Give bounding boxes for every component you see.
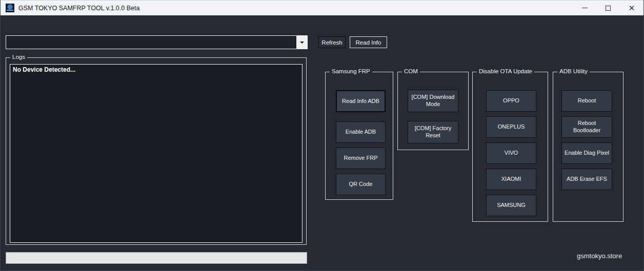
com-group-title: COM: [402, 68, 420, 74]
device-combobox[interactable]: [6, 35, 308, 49]
log-output[interactable]: No Device Detected...: [10, 64, 303, 243]
disable-ota-group-title: Disable OTA Update: [477, 68, 534, 74]
samsung-frp-group-title: Samsung FRP: [330, 68, 372, 74]
enable-adb-button[interactable]: Enable ADB: [336, 121, 386, 143]
maximize-icon: [606, 6, 611, 11]
adb-utility-groupbox: ADB Utility Reboot Reboot Bootloader Ena…: [553, 72, 623, 222]
reboot-bootloader-button[interactable]: Reboot Bootloader: [561, 116, 612, 138]
app-window: GSM TOKYO SAMFRP TOOL v.1.0.0 Beta ✕ Ref…: [0, 0, 644, 271]
com-groupbox: COM [COM] Download Mode [COM] Factory Re…: [397, 72, 469, 150]
read-info-adb-button[interactable]: Read Info ADB: [336, 90, 386, 112]
samsung-frp-groupbox: Samsung FRP Read Info ADB Enable ADB Rem…: [325, 72, 393, 200]
maximize-button[interactable]: [596, 1, 620, 15]
com-factory-reset-button[interactable]: [COM] Factory Reset: [408, 121, 458, 143]
xiaomi-button[interactable]: XIAOMI: [486, 169, 536, 190]
title-bar: GSM TOKYO SAMFRP TOOL v.1.0.0 Beta ✕: [1, 0, 643, 15]
com-download-mode-button[interactable]: [COM] Download Mode: [408, 90, 458, 112]
refresh-button[interactable]: Refresh: [318, 36, 346, 48]
read-info-button[interactable]: Read Info: [350, 36, 387, 48]
qr-code-button[interactable]: QR Code: [336, 174, 386, 195]
adb-erase-efs-button[interactable]: ADB Erase EFS: [561, 169, 612, 190]
remove-frp-button[interactable]: Remove FRP: [336, 148, 386, 169]
minimize-icon: [582, 8, 588, 8]
samsung-button[interactable]: SAMSUNG: [486, 195, 536, 216]
window-title: GSM TOKYO SAMFRP TOOL v.1.0.0 Beta: [18, 5, 139, 12]
adb-utility-group-title: ADB Utility: [557, 68, 590, 74]
progress-bar: [6, 252, 307, 264]
close-icon: ✕: [629, 4, 635, 12]
minimize-button[interactable]: [573, 1, 596, 15]
window-controls: ✕: [573, 1, 643, 15]
close-button[interactable]: ✕: [620, 1, 643, 15]
oneplus-button[interactable]: ONEPLUS: [486, 116, 536, 138]
device-combobox-dropdown-button[interactable]: [296, 36, 307, 49]
app-logo-icon: [6, 4, 14, 12]
enable-diag-pixel-button[interactable]: Enable Diag Pixel: [561, 142, 612, 164]
log-text: No Device Detected...: [10, 65, 302, 75]
vivo-button[interactable]: VIVO: [486, 142, 536, 164]
website-link[interactable]: gsmtokyo.store: [577, 252, 622, 260]
chevron-down-icon: [300, 41, 304, 44]
oppo-button[interactable]: OPPO: [486, 90, 536, 112]
logs-groupbox: Logs No Device Detected...: [6, 57, 307, 245]
disable-ota-groupbox: Disable OTA Update OPPO ONEPLUS VIVO XIA…: [472, 72, 548, 222]
reboot-button[interactable]: Reboot: [561, 90, 612, 112]
device-combobox-value: [6, 36, 296, 49]
logs-group-title: Logs: [10, 54, 27, 60]
